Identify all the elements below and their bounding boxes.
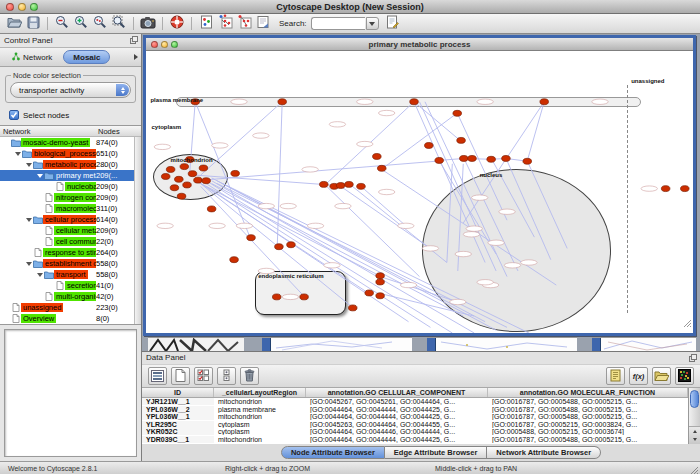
scrollbar-arrows[interactable] [689,426,700,444]
network-node[interactable] [202,178,211,184]
zoom-out-button[interactable] [53,15,71,33]
network-node[interactable] [540,99,549,105]
network-node[interactable] [194,177,203,183]
expander-icon[interactable] [25,262,32,266]
network-node[interactable] [661,186,670,192]
app-resize-grip[interactable] [689,465,699,473]
tree-item[interactable]: nucleobase-209(0) [0,181,134,192]
tree-item[interactable]: metabolic process280(0) [0,159,134,170]
network-node[interactable] [199,165,208,171]
unselect-attributes-button[interactable] [217,367,236,385]
tree-item[interactable]: cellular process614(0) [0,214,134,225]
export-document-button[interactable] [254,15,272,33]
network-edge[interactable] [414,102,461,141]
tab-node-attribute-browser[interactable]: Node Attribute Browser [281,446,385,459]
table-scrollbar[interactable] [688,388,700,444]
network-node[interactable] [230,257,239,263]
open-session-button[interactable] [5,15,23,33]
tree-item[interactable]: cellular metabol209(0) [0,225,134,236]
network-node[interactable] [460,155,469,161]
scrollbar-thumb[interactable] [690,390,699,408]
network-graph[interactable] [146,51,693,333]
table-column-header[interactable]: _cellularLayoutRegion [214,388,306,397]
background-window-fragment[interactable] [427,337,577,351]
network-node[interactable] [457,137,466,143]
new-attribute-document-button[interactable] [171,367,190,385]
tree-item[interactable]: cell communicat22(0) [0,236,134,247]
network-snapshot-button[interactable] [139,15,157,33]
float-panel-icon[interactable] [130,36,138,46]
network-node[interactable] [376,293,385,299]
tree-scrollbar[interactable] [134,137,141,324]
network-node[interactable] [523,158,532,164]
scroll-down-icon[interactable] [693,438,697,441]
float-panel-icon[interactable] [689,354,697,364]
network-node[interactable] [180,164,189,170]
help-button[interactable] [168,15,186,33]
search-input[interactable] [311,17,365,30]
tab-edge-attribute-browser[interactable]: Edge Attribute Browser [385,446,487,459]
table-row[interactable]: YPL036W__2plasma membrane[GO:0044464, GO… [142,406,688,414]
tree-item[interactable]: biological_process651(0) [0,148,134,159]
network-edge[interactable] [217,181,485,322]
network-edge[interactable] [380,277,458,302]
function-builder-button[interactable]: f(x) [629,367,648,385]
network-node[interactable] [183,182,192,188]
select-nodes-checkbox[interactable] [9,110,19,120]
network-node[interactable] [272,294,281,300]
background-window-fragment[interactable] [262,337,412,351]
tree-item[interactable]: mosaic-demo-yeast874(0) [0,137,134,148]
search-dropdown-button[interactable] [366,17,379,30]
zoom-fit-button[interactable] [110,15,128,33]
tree-item[interactable]: unassigned223(0) [0,302,134,313]
network-node[interactable] [166,166,175,172]
background-window-fragment[interactable] [148,337,244,351]
annotation-button[interactable] [197,15,215,33]
network-node[interactable] [376,279,385,285]
tree-item[interactable]: response to stimulu264(0) [0,247,134,258]
network-node[interactable] [300,294,309,300]
table-row[interactable]: YKR052Ccytoplasm[GO:0044464, GO:0044446,… [142,428,688,436]
import-attributes-button[interactable] [652,367,671,385]
table-row[interactable]: YLR295Ccytoplasm[GO:0045263, GO:0044464,… [142,421,688,429]
network-edge[interactable] [201,102,283,175]
minimize-view-button[interactable] [161,41,168,48]
zoom-selected-button[interactable] [91,15,109,33]
network-edge[interactable] [206,184,430,328]
table-column-header[interactable]: annotation.GO CELLULAR_COMPONENT [306,388,488,397]
tree-item[interactable]: establishment of lo558(0) [0,258,134,269]
network-node[interactable] [468,155,477,161]
network-node[interactable] [336,183,345,189]
network-node[interactable] [348,305,357,311]
tree-item[interactable]: nitrogen compo209(0) [0,192,134,203]
network-edge[interactable] [527,102,544,161]
network-node[interactable] [177,193,186,199]
merge-networks-button-1[interactable] [216,15,234,33]
network-node[interactable] [231,170,240,176]
birdseye-overview-panel[interactable] [4,329,137,457]
scroll-up-icon[interactable] [693,430,697,433]
table-row[interactable]: YPL036W__1mitochondrion[GO:0044464, GO:0… [142,413,688,421]
table-column-header[interactable]: annotation.GO MOLECULAR_FUNCTION [488,388,688,397]
tab-mosaic[interactable]: Mosaic [63,50,110,64]
attribute-table-button[interactable] [148,367,167,385]
network-node[interactable] [278,99,287,105]
heatmap-button[interactable] [675,367,694,385]
close-window-button[interactable] [6,3,14,11]
expander-icon[interactable] [25,218,32,222]
window-resize-grip[interactable] [683,314,692,332]
network-edge[interactable] [425,102,507,277]
node-color-select[interactable]: transporter activity [10,82,131,98]
tree-item[interactable]: macromolecule311(0) [0,203,134,214]
network-node[interactable] [425,143,434,149]
network-edge[interactable] [491,158,534,237]
network-edge[interactable] [206,181,452,333]
zoom-view-button[interactable] [171,41,178,48]
tree-item[interactable]: primary metabo209(... [0,170,134,181]
network-node[interactable] [175,176,184,182]
table-column-header[interactable]: ID [142,388,214,397]
network-node[interactable] [453,110,462,116]
tree-item[interactable]: multi-organism pro42(0) [0,291,134,302]
expander-icon[interactable] [36,273,43,277]
network-edge[interactable] [414,102,485,263]
